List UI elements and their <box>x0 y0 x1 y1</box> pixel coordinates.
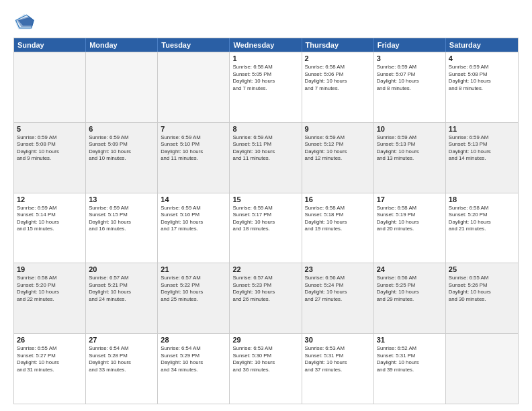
day-number: 31 <box>377 336 443 344</box>
day-number: 12 <box>17 195 83 203</box>
calendar-cell: 26Sunrise: 6:55 AM Sunset: 5:27 PM Dayli… <box>14 334 86 404</box>
logo-icon <box>13 12 35 31</box>
calendar-cell: 10Sunrise: 6:59 AM Sunset: 5:13 PM Dayli… <box>374 123 446 193</box>
weekday-header-saturday: Saturday <box>446 38 518 52</box>
day-number: 15 <box>232 195 298 203</box>
calendar-cell: 29Sunrise: 6:53 AM Sunset: 5:30 PM Dayli… <box>230 334 302 404</box>
day-info: Sunrise: 6:53 AM Sunset: 5:30 PM Dayligh… <box>232 345 298 373</box>
day-number: 2 <box>305 54 371 62</box>
weekday-header-thursday: Thursday <box>302 38 374 52</box>
calendar-row-1: 5Sunrise: 6:59 AM Sunset: 5:08 PM Daylig… <box>14 122 518 193</box>
calendar-cell <box>446 334 518 404</box>
day-info: Sunrise: 6:59 AM Sunset: 5:10 PM Dayligh… <box>161 134 226 163</box>
calendar-cell: 25Sunrise: 6:55 AM Sunset: 5:26 PM Dayli… <box>446 263 518 333</box>
calendar-cell: 2Sunrise: 6:58 AM Sunset: 5:06 PM Daylig… <box>302 52 374 122</box>
day-number: 28 <box>161 336 226 344</box>
day-number: 16 <box>305 195 371 203</box>
day-number: 9 <box>305 125 371 133</box>
calendar-cell: 14Sunrise: 6:59 AM Sunset: 5:16 PM Dayli… <box>158 193 230 263</box>
calendar-cell: 31Sunrise: 6:52 AM Sunset: 5:31 PM Dayli… <box>374 334 446 404</box>
day-info: Sunrise: 6:59 AM Sunset: 5:11 PM Dayligh… <box>232 134 298 163</box>
weekday-header-tuesday: Tuesday <box>158 38 230 52</box>
logo <box>13 12 38 31</box>
calendar-cell: 21Sunrise: 6:57 AM Sunset: 5:22 PM Dayli… <box>158 263 230 333</box>
calendar: SundayMondayTuesdayWednesdayThursdayFrid… <box>13 38 519 404</box>
day-info: Sunrise: 6:54 AM Sunset: 5:29 PM Dayligh… <box>161 345 226 373</box>
page: SundayMondayTuesdayWednesdayThursdayFrid… <box>0 0 532 411</box>
day-number: 24 <box>377 265 443 273</box>
weekday-header-monday: Monday <box>86 38 158 52</box>
day-info: Sunrise: 6:59 AM Sunset: 5:14 PM Dayligh… <box>17 205 83 233</box>
day-info: Sunrise: 6:59 AM Sunset: 5:12 PM Dayligh… <box>305 134 371 163</box>
day-info: Sunrise: 6:59 AM Sunset: 5:13 PM Dayligh… <box>377 134 443 163</box>
day-info: Sunrise: 6:59 AM Sunset: 5:15 PM Dayligh… <box>89 205 154 233</box>
calendar-cell: 3Sunrise: 6:59 AM Sunset: 5:07 PM Daylig… <box>374 52 446 122</box>
day-info: Sunrise: 6:59 AM Sunset: 5:16 PM Dayligh… <box>161 205 226 233</box>
day-info: Sunrise: 6:59 AM Sunset: 5:09 PM Dayligh… <box>89 134 154 163</box>
calendar-row-2: 12Sunrise: 6:59 AM Sunset: 5:14 PM Dayli… <box>14 193 518 263</box>
calendar-cell: 20Sunrise: 6:57 AM Sunset: 5:21 PM Dayli… <box>86 263 158 333</box>
calendar-cell: 9Sunrise: 6:59 AM Sunset: 5:12 PM Daylig… <box>302 123 374 193</box>
header <box>13 12 519 31</box>
calendar-cell: 7Sunrise: 6:59 AM Sunset: 5:10 PM Daylig… <box>158 123 230 193</box>
day-info: Sunrise: 6:53 AM Sunset: 5:31 PM Dayligh… <box>305 345 371 373</box>
day-info: Sunrise: 6:58 AM Sunset: 5:18 PM Dayligh… <box>305 205 371 233</box>
calendar-cell: 30Sunrise: 6:53 AM Sunset: 5:31 PM Dayli… <box>302 334 374 404</box>
day-info: Sunrise: 6:57 AM Sunset: 5:22 PM Dayligh… <box>161 275 226 303</box>
weekday-header-wednesday: Wednesday <box>230 38 302 52</box>
day-number: 23 <box>305 265 371 273</box>
day-number: 7 <box>161 125 226 133</box>
day-number: 5 <box>17 125 83 133</box>
day-number: 22 <box>232 265 298 273</box>
day-info: Sunrise: 6:56 AM Sunset: 5:24 PM Dayligh… <box>305 275 371 303</box>
calendar-cell: 22Sunrise: 6:57 AM Sunset: 5:23 PM Dayli… <box>230 263 302 333</box>
day-number: 11 <box>449 125 515 133</box>
day-number: 26 <box>17 336 83 344</box>
calendar-cell: 24Sunrise: 6:56 AM Sunset: 5:25 PM Dayli… <box>374 263 446 333</box>
calendar-row-0: 1Sunrise: 6:58 AM Sunset: 5:05 PM Daylig… <box>14 52 518 122</box>
calendar-cell: 1Sunrise: 6:58 AM Sunset: 5:05 PM Daylig… <box>230 52 302 122</box>
day-number: 6 <box>89 125 154 133</box>
day-number: 17 <box>377 195 443 203</box>
day-info: Sunrise: 6:58 AM Sunset: 5:05 PM Dayligh… <box>232 64 298 92</box>
day-info: Sunrise: 6:58 AM Sunset: 5:06 PM Dayligh… <box>305 64 371 92</box>
day-number: 1 <box>232 54 298 62</box>
day-info: Sunrise: 6:54 AM Sunset: 5:28 PM Dayligh… <box>89 345 154 373</box>
day-info: Sunrise: 6:55 AM Sunset: 5:27 PM Dayligh… <box>17 345 83 373</box>
calendar-cell: 12Sunrise: 6:59 AM Sunset: 5:14 PM Dayli… <box>14 193 86 263</box>
calendar-cell: 13Sunrise: 6:59 AM Sunset: 5:15 PM Dayli… <box>86 193 158 263</box>
calendar-cell: 5Sunrise: 6:59 AM Sunset: 5:08 PM Daylig… <box>14 123 86 193</box>
weekday-header-sunday: Sunday <box>14 38 86 52</box>
calendar-cell <box>14 52 86 122</box>
day-number: 29 <box>232 336 298 344</box>
day-number: 8 <box>232 125 298 133</box>
calendar-cell: 15Sunrise: 6:59 AM Sunset: 5:17 PM Dayli… <box>230 193 302 263</box>
calendar-cell: 6Sunrise: 6:59 AM Sunset: 5:09 PM Daylig… <box>86 123 158 193</box>
day-info: Sunrise: 6:56 AM Sunset: 5:25 PM Dayligh… <box>377 275 443 303</box>
day-info: Sunrise: 6:58 AM Sunset: 5:19 PM Dayligh… <box>377 205 443 233</box>
day-info: Sunrise: 6:59 AM Sunset: 5:08 PM Dayligh… <box>17 134 83 163</box>
day-number: 13 <box>89 195 154 203</box>
calendar-cell: 17Sunrise: 6:58 AM Sunset: 5:19 PM Dayli… <box>374 193 446 263</box>
day-info: Sunrise: 6:55 AM Sunset: 5:26 PM Dayligh… <box>449 275 515 303</box>
day-info: Sunrise: 6:57 AM Sunset: 5:23 PM Dayligh… <box>232 275 298 303</box>
day-number: 10 <box>377 125 443 133</box>
day-number: 30 <box>305 336 371 344</box>
calendar-cell: 18Sunrise: 6:58 AM Sunset: 5:20 PM Dayli… <box>446 193 518 263</box>
calendar-row-3: 19Sunrise: 6:58 AM Sunset: 5:20 PM Dayli… <box>14 263 518 333</box>
day-info: Sunrise: 6:59 AM Sunset: 5:17 PM Dayligh… <box>232 205 298 233</box>
calendar-cell: 23Sunrise: 6:56 AM Sunset: 5:24 PM Dayli… <box>302 263 374 333</box>
day-number: 25 <box>449 265 515 273</box>
calendar-cell <box>158 52 230 122</box>
calendar-row-4: 26Sunrise: 6:55 AM Sunset: 5:27 PM Dayli… <box>14 333 518 404</box>
day-info: Sunrise: 6:58 AM Sunset: 5:20 PM Dayligh… <box>17 275 83 303</box>
day-number: 14 <box>161 195 226 203</box>
day-info: Sunrise: 6:59 AM Sunset: 5:08 PM Dayligh… <box>449 64 515 92</box>
calendar-cell <box>86 52 158 122</box>
calendar-cell: 28Sunrise: 6:54 AM Sunset: 5:29 PM Dayli… <box>158 334 230 404</box>
day-info: Sunrise: 6:59 AM Sunset: 5:13 PM Dayligh… <box>449 134 515 163</box>
calendar-cell: 16Sunrise: 6:58 AM Sunset: 5:18 PM Dayli… <box>302 193 374 263</box>
calendar-cell: 11Sunrise: 6:59 AM Sunset: 5:13 PM Dayli… <box>446 123 518 193</box>
day-info: Sunrise: 6:57 AM Sunset: 5:21 PM Dayligh… <box>89 275 154 303</box>
calendar-body: 1Sunrise: 6:58 AM Sunset: 5:05 PM Daylig… <box>14 52 518 404</box>
